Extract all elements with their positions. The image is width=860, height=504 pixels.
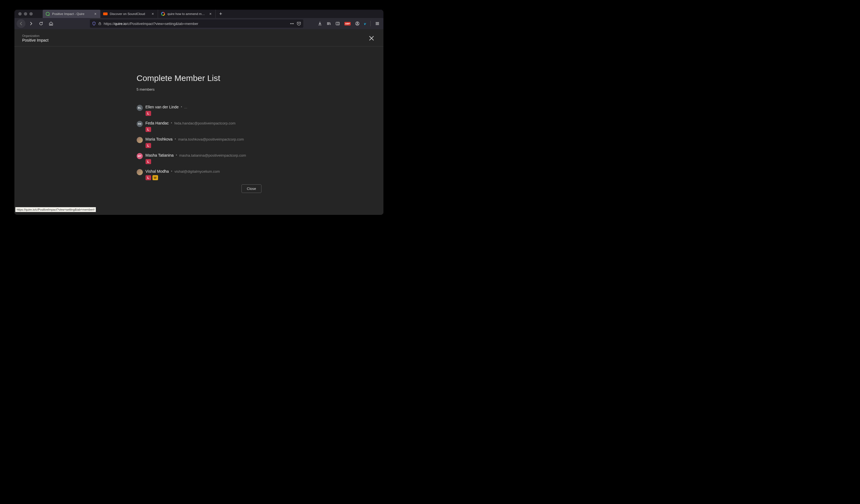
quire-favicon-icon: [45, 12, 50, 16]
page-content: Organization Positive Impact Complete Me…: [14, 29, 384, 215]
member-name: Maria Toshkova: [145, 137, 173, 141]
member-row[interactable]: FHFeda Handac•feda.handac@positiveimpact…: [137, 121, 261, 132]
breadcrumb-bar: Organization Positive Impact: [14, 29, 384, 46]
window-controls: [17, 12, 34, 15]
member-email: feda.handac@positiveimpactcorp.com: [174, 121, 236, 125]
tab-soundcloud[interactable]: Discover on SoundCloud ×: [100, 10, 158, 18]
tab-quire[interactable]: Positive Impact - Quire ×: [43, 10, 100, 18]
member-row[interactable]: ELEllen van der Linde•...L: [137, 105, 261, 116]
role-badges: L: [145, 143, 261, 148]
role-badge: L: [145, 127, 151, 132]
member-count: 5 members: [137, 87, 261, 91]
google-favicon-icon: [161, 12, 165, 16]
role-badge: L: [145, 111, 151, 116]
close-panel-icon[interactable]: [367, 34, 376, 42]
role-badge: L: [145, 175, 151, 180]
toolbar-right-icons: ABP v: [318, 21, 381, 26]
tab-close-icon[interactable]: ×: [208, 12, 213, 16]
tab-bar: Positive Impact - Quire × Discover on So…: [14, 10, 384, 18]
meatballs-icon[interactable]: •••: [290, 21, 294, 26]
avatar: EL: [137, 105, 143, 111]
reload-button[interactable]: [37, 19, 45, 28]
member-name: Vishal Modha: [145, 169, 169, 174]
separator-dot: •: [171, 169, 172, 173]
abp-extension-icon[interactable]: ABP: [344, 22, 351, 26]
member-name: Feda Handac: [145, 121, 169, 125]
member-email: vishal@digitalmycelium.com: [174, 169, 219, 174]
role-badge: W: [153, 175, 158, 180]
separator-dot: •: [171, 121, 172, 125]
downloads-icon[interactable]: [318, 21, 322, 26]
soundcloud-favicon-icon: [103, 12, 108, 16]
window-close-dot[interactable]: [18, 12, 22, 15]
avatar: [137, 169, 143, 175]
member-name: Masha Tatianina: [145, 153, 174, 157]
url-text: https://quire.io/c/PositiveImpact?view=s…: [104, 21, 288, 26]
tab-google-search[interactable]: quire how to ammend members ×: [158, 10, 216, 18]
page-title: Complete Member List: [137, 73, 261, 83]
svg-rect-0: [99, 23, 101, 25]
lock-icon[interactable]: [98, 22, 101, 25]
separator-dot: •: [181, 105, 182, 109]
svg-rect-1: [336, 22, 339, 25]
member-list-panel: Complete Member List 5 members ELEllen v…: [137, 73, 261, 185]
library-icon[interactable]: [327, 21, 331, 26]
account-icon[interactable]: [355, 21, 360, 26]
close-button[interactable]: Close: [242, 184, 261, 193]
avatar: [137, 137, 143, 143]
separator-dot: •: [176, 153, 177, 157]
browser-toolbar: https://quire.io/c/PositiveImpact?view=s…: [14, 18, 384, 29]
window-maximize-dot[interactable]: [29, 12, 33, 15]
role-badge: L: [145, 159, 151, 164]
status-bar-tooltip: https://quire.io/c/PositiveImpact?view=s…: [15, 207, 96, 212]
role-badges: L: [145, 111, 261, 116]
url-bar[interactable]: https://quire.io/c/PositiveImpact?view=s…: [90, 19, 303, 28]
pocket-icon[interactable]: [297, 21, 301, 26]
separator-dot: •: [175, 137, 176, 141]
role-badge: L: [145, 143, 151, 148]
tab-close-icon[interactable]: ×: [150, 12, 155, 16]
member-email: masha.tatianina@positiveimpactcorp.com: [179, 153, 246, 157]
window-minimize-dot[interactable]: [24, 12, 27, 15]
browser-window: Positive Impact - Quire × Discover on So…: [14, 10, 384, 215]
tab-close-icon[interactable]: ×: [93, 12, 98, 16]
breadcrumb-label: Organization: [22, 34, 48, 38]
shield-icon[interactable]: [92, 21, 96, 26]
vimeo-extension-icon[interactable]: v: [364, 21, 366, 26]
hamburger-menu-icon[interactable]: [375, 21, 379, 26]
back-button[interactable]: [17, 19, 26, 28]
avatar: MT: [137, 153, 143, 159]
member-row[interactable]: Vishal Modha•vishal@digitalmycelium.comL…: [137, 169, 261, 180]
role-badges: LW: [145, 175, 261, 180]
home-button[interactable]: [46, 19, 55, 28]
sidebar-icon[interactable]: [335, 21, 340, 26]
breadcrumb: Organization Positive Impact: [22, 34, 48, 42]
breadcrumb-name[interactable]: Positive Impact: [22, 38, 48, 42]
tab-title: Positive Impact - Quire: [52, 12, 91, 15]
member-email: maria.toshkova@positiveimpactcorp.com: [178, 137, 244, 141]
member-row[interactable]: Maria Toshkova•maria.toshkova@positiveim…: [137, 137, 261, 148]
tab-title: Discover on SoundCloud: [110, 12, 148, 15]
member-name: Ellen van der Linde: [145, 105, 179, 109]
new-tab-button[interactable]: +: [217, 10, 225, 18]
tab-title: quire how to ammend members: [168, 12, 206, 15]
role-badges: L: [145, 127, 261, 132]
member-email: ...: [184, 105, 187, 109]
svg-point-4: [357, 23, 358, 24]
forward-button[interactable]: [27, 19, 35, 28]
member-row[interactable]: MTMasha Tatianina•masha.tatianina@positi…: [137, 153, 261, 164]
role-badges: L: [145, 159, 261, 164]
avatar: FH: [137, 121, 143, 127]
